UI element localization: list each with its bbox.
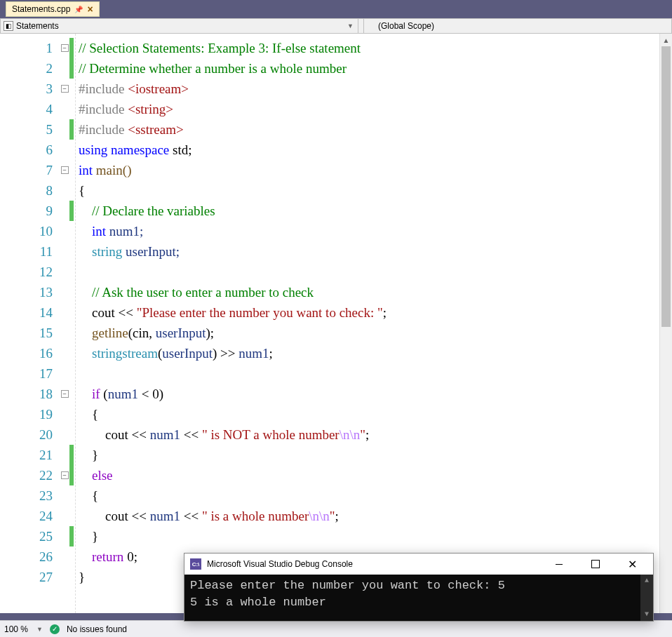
console-line: 5 is a whole number xyxy=(190,594,647,611)
scroll-up-icon[interactable]: ▲ xyxy=(640,575,653,587)
fold-column: − − − − − xyxy=(60,34,69,613)
fold-toggle[interactable]: − xyxy=(61,85,69,93)
tab-bar: Statements.cpp 📌 × xyxy=(0,0,672,18)
navigation-bar: ◧ Statements ▼ (Global Scope) xyxy=(0,18,672,34)
code-content[interactable]: // Selection Statements: Example 3: If-e… xyxy=(75,34,671,613)
minimize-button[interactable] xyxy=(544,554,574,574)
scroll-thumb[interactable] xyxy=(661,46,671,327)
class-icon: ◧ xyxy=(4,21,13,31)
console-titlebar[interactable]: C:\ Microsoft Visual Studio Debug Consol… xyxy=(184,554,653,575)
console-title: Microsoft Visual Studio Debug Console xyxy=(207,559,353,569)
editor-scrollbar[interactable]: ▲ xyxy=(659,34,672,613)
pin-icon[interactable]: 📌 xyxy=(74,6,83,13)
fold-toggle[interactable]: − xyxy=(61,44,69,52)
fold-toggle[interactable]: − xyxy=(61,166,69,174)
close-button[interactable]: ✕ xyxy=(617,554,647,574)
editor-area[interactable]: 123 456 789 101112 131415 161718 192021 … xyxy=(0,34,672,613)
close-tab-icon[interactable]: × xyxy=(87,4,93,14)
status-bar: 100 % ▼ ✓ No issues found xyxy=(0,620,672,637)
tab-label: Statements.cpp xyxy=(12,4,70,14)
change-marker-column xyxy=(69,34,75,613)
console-line: Please enter the number you want to chec… xyxy=(190,577,647,594)
maximize-button[interactable] xyxy=(580,554,611,574)
nav-dropdown-scope[interactable]: (Global Scope) xyxy=(364,19,671,33)
nav-dropdown-class[interactable]: ◧ Statements ▼ xyxy=(1,19,358,33)
dropdown-arrow-icon: ▼ xyxy=(347,22,354,29)
line-number-gutter: 123 456 789 101112 131415 161718 192021 … xyxy=(0,34,60,613)
nav-left-label: Statements xyxy=(16,21,59,31)
console-scrollbar[interactable]: ▲ ▼ xyxy=(640,575,653,621)
console-output[interactable]: Please enter the number you want to chec… xyxy=(184,575,653,621)
nav-separator xyxy=(358,19,364,33)
fold-toggle[interactable]: − xyxy=(61,390,69,398)
fold-toggle[interactable]: − xyxy=(61,471,69,479)
zoom-dropdown-icon[interactable]: ▼ xyxy=(36,626,43,633)
check-icon: ✓ xyxy=(50,624,60,634)
nav-right-label: (Global Scope) xyxy=(378,21,434,31)
console-icon: C:\ xyxy=(190,558,201,570)
issues-status: No issues found xyxy=(67,624,127,634)
zoom-level[interactable]: 100 % xyxy=(4,624,28,634)
scroll-up-icon[interactable]: ▲ xyxy=(660,34,672,46)
console-window: C:\ Microsoft Visual Studio Debug Consol… xyxy=(184,553,654,622)
scroll-down-icon[interactable]: ▼ xyxy=(640,608,653,621)
file-tab[interactable]: Statements.cpp 📌 × xyxy=(6,1,100,17)
